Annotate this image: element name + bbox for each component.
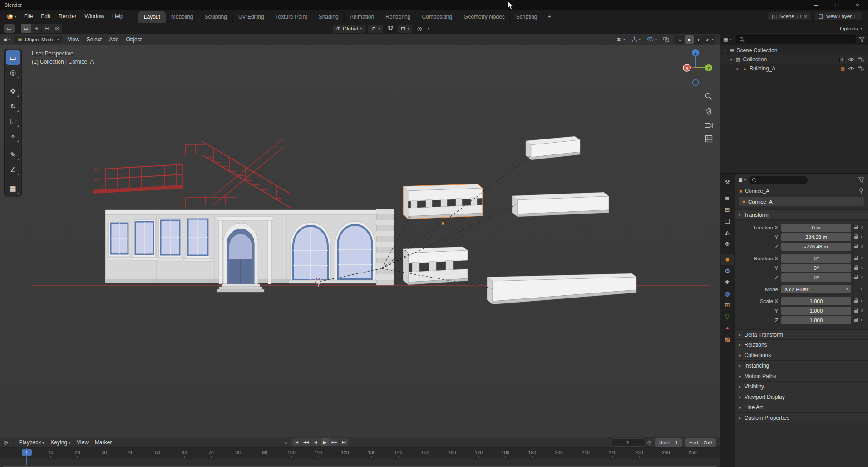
transform-panel-header[interactable]: ▾ Transform xyxy=(735,209,868,220)
lock-icon[interactable] xyxy=(854,227,858,229)
y-field[interactable]: 1.000 xyxy=(781,307,851,315)
pan-hand-icon[interactable] xyxy=(705,107,713,115)
unlink-scene-icon[interactable]: ✕ xyxy=(804,14,808,19)
cornice-piece-corbel[interactable] xyxy=(403,247,468,285)
animate-dot[interactable] xyxy=(861,226,863,229)
zoom-icon[interactable] xyxy=(705,92,713,100)
navigation-gizmo[interactable]: Z X Y xyxy=(675,47,715,89)
workspace-tab-rendering[interactable]: Rendering xyxy=(380,11,416,23)
hide-eye-icon[interactable] xyxy=(848,57,854,62)
timeline-menu-playback[interactable]: Playback▾ xyxy=(16,438,47,447)
cornice-piece-top[interactable] xyxy=(526,136,580,160)
workspace-tab-animation[interactable]: Animation xyxy=(345,11,380,23)
tool-add-cube[interactable]: ▦ xyxy=(6,181,20,195)
pivot-point-dropdown[interactable]: ⊙ ▾ xyxy=(368,25,383,33)
view-layer-selector[interactable]: ❏ View Layer ❐ xyxy=(814,12,863,21)
workspace-tab-texture-paint[interactable]: Texture Paint xyxy=(270,11,313,23)
fire-escape-platform[interactable] xyxy=(93,164,183,194)
tool-annotate[interactable]: ✎ xyxy=(6,148,20,162)
lock-icon[interactable] xyxy=(854,267,858,270)
object-name-field[interactable]: ■ Cornice_A xyxy=(738,197,864,206)
viewport-menu-object[interactable]: Object xyxy=(122,35,145,44)
properties-tab-physics[interactable]: ◍ xyxy=(721,288,734,299)
workspace-tab-scripting[interactable]: Scripting xyxy=(511,11,543,23)
y-field[interactable]: 0° xyxy=(781,264,851,272)
panel-visibility[interactable]: ▸Visibility xyxy=(735,382,868,392)
animate-dot[interactable] xyxy=(861,276,863,278)
add-workspace-button[interactable]: + xyxy=(543,11,556,23)
shading-solid-button[interactable]: ● xyxy=(685,35,694,44)
jump-to-end-button[interactable]: ▶| xyxy=(340,438,349,446)
transform-orientation-dropdown[interactable]: ⊕ Global ▾ xyxy=(333,25,365,33)
scene-selector[interactable]: ◫ Scene ❐ ✕ xyxy=(768,12,812,21)
fire-escape-stairs[interactable] xyxy=(185,138,291,208)
editor-type-dropdown[interactable]: ⊞ ▾ xyxy=(3,36,13,42)
workspace-tab-sculpting[interactable]: Sculpting xyxy=(199,11,233,23)
workspace-tab-compositing[interactable]: Compositing xyxy=(416,11,458,23)
collapse-icon[interactable]: ▾ xyxy=(729,57,734,62)
properties-editor-type-dropdown[interactable]: ≣ ▾ xyxy=(738,177,746,183)
properties-tab-view-layer[interactable]: ❏ xyxy=(721,215,734,226)
proportional-editing-toggle[interactable]: ◎ xyxy=(416,25,423,33)
location-x-field[interactable]: 0 m xyxy=(781,224,851,232)
tool-move[interactable]: ✥ xyxy=(6,84,20,98)
overlays-toggle[interactable]: ▾ xyxy=(646,36,658,43)
minimize-button[interactable]: — xyxy=(805,0,826,10)
outliner-row-building-a[interactable]: ▸▲Building_A▦ xyxy=(720,64,868,73)
start-frame-field[interactable]: Start 1 xyxy=(655,438,682,447)
cornice-piece-right[interactable] xyxy=(512,192,609,217)
outliner-search-input[interactable] xyxy=(736,35,856,43)
select-mode-subtract[interactable]: ⊟ xyxy=(42,24,52,33)
close-button[interactable]: ✕ xyxy=(847,0,868,10)
outliner-editor-type-dropdown[interactable]: ▤ ▾ xyxy=(723,36,733,42)
current-frame-badge[interactable]: 1 xyxy=(22,449,32,456)
shading-wireframe-button[interactable]: ○ xyxy=(676,35,685,44)
snap-target-dropdown[interactable]: ⊡ ▾ xyxy=(398,25,413,33)
outliner-row-scene-collection[interactable]: ▾▤Scene Collection xyxy=(720,46,868,55)
workspace-tab-shading[interactable]: Shading xyxy=(313,11,345,23)
menu-help[interactable]: Help xyxy=(108,12,128,21)
pin-icon[interactable] xyxy=(859,188,863,194)
lock-icon[interactable] xyxy=(854,246,858,248)
options-dropdown[interactable]: Options ▾ xyxy=(840,26,864,31)
shading-material-button[interactable]: ◑ xyxy=(694,35,703,44)
disable-render-camera-icon[interactable] xyxy=(858,57,864,62)
tool-measure[interactable]: ∠ xyxy=(6,163,20,177)
panel-motion-paths[interactable]: ▸Motion Paths xyxy=(735,371,868,382)
panel-custom-properties[interactable]: ▸Custom Properties xyxy=(735,413,868,423)
preview-range-clock-icon[interactable]: ◷ xyxy=(647,439,652,445)
end-frame-field[interactable]: End 250 xyxy=(685,438,716,447)
panel-instancing[interactable]: ▸Instancing xyxy=(735,361,868,371)
z-field[interactable]: 1.000 xyxy=(781,316,851,324)
animate-dot[interactable] xyxy=(861,309,863,312)
outliner-filter-button[interactable] xyxy=(859,37,865,42)
workspace-tab-modeling[interactable]: Modeling xyxy=(166,11,199,23)
collapse-icon[interactable]: ▾ xyxy=(723,48,727,53)
current-frame-field[interactable]: 1 xyxy=(612,438,644,447)
properties-filter-button[interactable] xyxy=(858,177,864,183)
next-keyframe-button[interactable]: ▶▶ xyxy=(330,438,339,446)
menu-file[interactable]: File xyxy=(20,12,37,21)
panel-relations[interactable]: ▸Relations xyxy=(735,340,868,350)
snap-toggle[interactable] xyxy=(386,25,395,32)
select-mode-new[interactable]: ▭ xyxy=(21,24,31,33)
grid-ortho-icon[interactable] xyxy=(705,135,713,143)
lock-icon[interactable] xyxy=(854,319,858,322)
properties-tab-output[interactable]: ⊟ xyxy=(721,204,734,215)
lock-icon[interactable] xyxy=(854,258,858,260)
select-mode-extend[interactable]: ⊞ xyxy=(31,24,41,33)
properties-tab-tool[interactable]: ⚒ xyxy=(721,177,734,188)
properties-tab-texture[interactable]: ▩ xyxy=(721,333,734,344)
lock-icon[interactable] xyxy=(854,310,858,313)
animate-dot[interactable] xyxy=(861,300,863,302)
workspace-tab-geometry-nodes[interactable]: Geometry Nodes xyxy=(458,11,511,23)
properties-tab-particles[interactable]: ✱ xyxy=(721,277,734,288)
new-scene-icon[interactable]: ❐ xyxy=(797,14,801,19)
properties-tab-object[interactable]: ■ xyxy=(721,254,734,265)
properties-tab-constraints[interactable]: ⊞ xyxy=(721,299,734,310)
shading-rendered-button[interactable]: ◕ xyxy=(703,35,712,44)
browse-scene-icon[interactable]: ◫ xyxy=(772,13,777,20)
disable-render-camera-icon[interactable] xyxy=(858,66,864,71)
active-tool-icon[interactable]: ▭ xyxy=(4,24,15,33)
tool-transform[interactable]: ⌖ xyxy=(6,129,20,143)
